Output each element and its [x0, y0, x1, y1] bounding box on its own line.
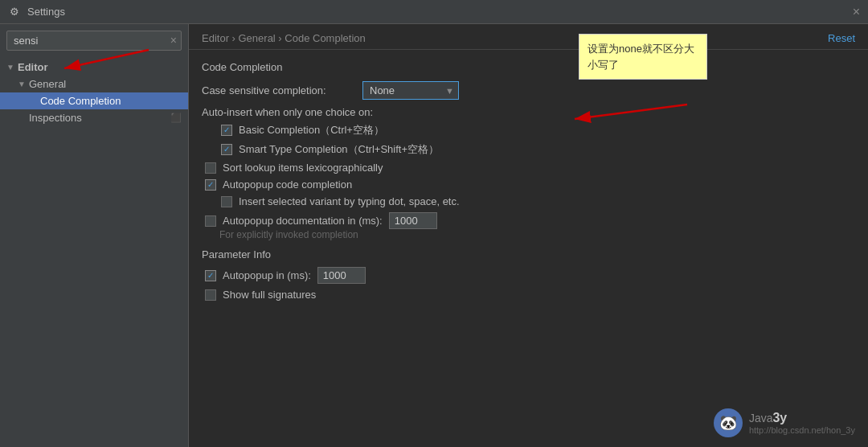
- case-sensitive-dropdown-container: None First letter All ▼: [362, 81, 459, 100]
- watermark-emoji: 🐼: [719, 414, 737, 432]
- smart-type-row: Smart Type Completion（Ctrl+Shift+空格）: [202, 142, 855, 157]
- window-title: Settings: [27, 6, 65, 18]
- settings-icon: ⚙: [8, 6, 21, 18]
- sidebar: × Editor General Code Completion Inspect…: [0, 24, 189, 447]
- basic-completion-row: Basic Completion（Ctrl+空格）: [202, 123, 855, 137]
- basic-completion-checkbox[interactable]: [221, 125, 232, 136]
- main-container: × Editor General Code Completion Inspect…: [0, 24, 868, 447]
- annotation-text: 设置为none就不区分大小写了: [588, 43, 694, 71]
- sidebar-item-editor[interactable]: Editor: [0, 59, 188, 76]
- case-sensitive-row: Case sensitive completion: None First le…: [202, 81, 855, 100]
- autopopup-param-checkbox[interactable]: [205, 270, 216, 281]
- case-sensitive-select[interactable]: None First letter All: [362, 81, 459, 100]
- autopopup-param-input[interactable]: [317, 267, 366, 284]
- watermark-name: Java3y: [749, 411, 787, 425]
- show-signatures-checkbox[interactable]: [205, 289, 216, 301]
- autopopup-hint: For explicitly invoked completion: [202, 229, 855, 240]
- smart-type-label: Smart Type Completion（Ctrl+Shift+空格）: [239, 142, 439, 157]
- basic-completion-label: Basic Completion（Ctrl+空格）: [239, 123, 384, 137]
- breadcrumb: Editor › General › Code Completion: [202, 32, 366, 44]
- autopopup-doc-row: Autopopup documentation in (ms):: [202, 212, 855, 229]
- sort-lookup-checkbox[interactable]: [205, 162, 216, 174]
- sidebar-item-inspections[interactable]: Inspections ⬛: [0, 109, 188, 126]
- tree-arrow-general: [18, 80, 29, 88]
- tree-arrow-editor: [6, 63, 18, 72]
- auto-insert-label: Auto-insert when only one choice on:: [202, 106, 855, 118]
- search-clear-button[interactable]: ×: [170, 34, 177, 47]
- insert-variant-row: Insert selected variant by typing dot, s…: [202, 195, 855, 207]
- search-container: ×: [0, 24, 188, 55]
- close-button[interactable]: ×: [853, 6, 860, 18]
- autopopup-doc-input[interactable]: [389, 212, 437, 229]
- watermark: 🐼 Java3y http://blog.csdn.net/hon_3y: [714, 408, 855, 437]
- sidebar-item-general-label: General: [29, 78, 66, 90]
- sidebar-item-code-completion-label: Code Completion: [40, 95, 121, 107]
- sort-lookup-label: Sort lookup items lexicographically: [223, 162, 383, 174]
- content-header: Editor › General › Code Completion Reset: [189, 24, 868, 50]
- insert-variant-label: Insert selected variant by typing dot, s…: [239, 195, 460, 207]
- insert-variant-checkbox[interactable]: [221, 196, 232, 207]
- param-info-section: Parameter Info: [202, 248, 855, 260]
- sidebar-item-code-completion[interactable]: Code Completion: [0, 92, 188, 109]
- inspections-icon: ⬛: [170, 113, 182, 123]
- autopopup-doc-label: Autopopup documentation in (ms):: [223, 215, 383, 227]
- show-signatures-label: Show full signatures: [223, 289, 316, 301]
- sort-lookup-row: Sort lookup items lexicographically: [202, 162, 855, 174]
- content-area: Editor › General › Code Completion Reset…: [189, 24, 868, 447]
- show-signatures-row: Show full signatures: [202, 289, 855, 301]
- title-bar: ⚙ Settings ×: [0, 0, 868, 24]
- watermark-url: http://blog.csdn.net/hon_3y: [749, 425, 855, 435]
- autopopup-code-label: Autopopup code completion: [223, 178, 352, 191]
- reset-button[interactable]: Reset: [828, 32, 855, 44]
- tree-container: Editor General Code Completion Inspectio…: [0, 55, 188, 447]
- autopopup-doc-checkbox[interactable]: [205, 215, 216, 227]
- content-body: Code Completion Case sensitive completio…: [189, 50, 868, 447]
- annotation-box: 设置为none就不区分大小写了: [579, 34, 707, 80]
- autopopup-code-row: Autopopup code completion: [202, 178, 855, 191]
- case-sensitive-label: Case sensitive completion:: [202, 84, 362, 96]
- autopopup-code-checkbox[interactable]: [205, 179, 216, 191]
- section-title: Code Completion: [202, 61, 855, 73]
- search-input[interactable]: [6, 31, 182, 51]
- smart-type-checkbox[interactable]: [221, 144, 232, 155]
- autopopup-param-row: Autopopup in (ms):: [202, 267, 855, 284]
- sidebar-item-editor-label: Editor: [18, 61, 48, 73]
- sidebar-item-general[interactable]: General: [0, 76, 188, 92]
- autopopup-param-label: Autopopup in (ms):: [223, 269, 311, 281]
- sidebar-item-inspections-label: Inspections: [29, 112, 82, 124]
- watermark-avatar: 🐼: [714, 408, 743, 437]
